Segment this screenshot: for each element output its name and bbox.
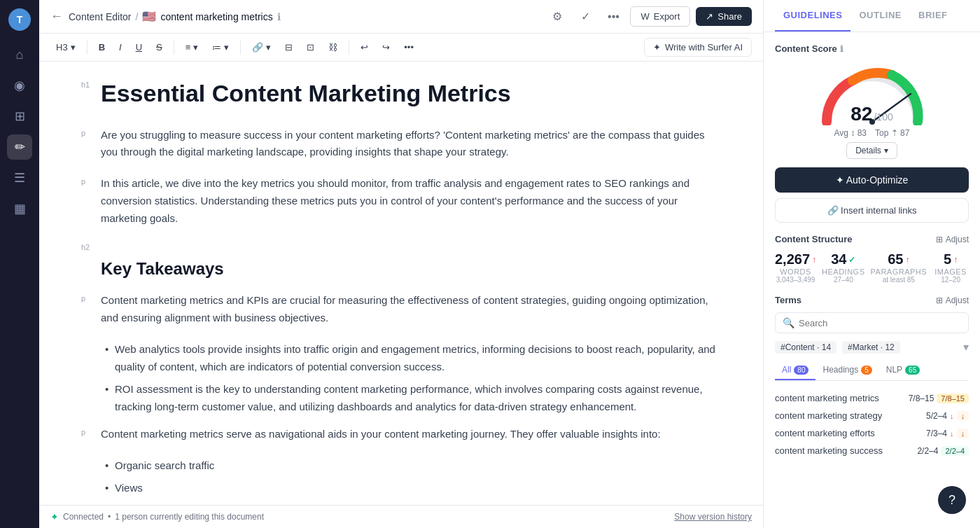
show-version-history[interactable]: Show version history bbox=[674, 512, 752, 522]
tab-outline[interactable]: OUTLINE bbox=[850, 0, 910, 32]
avatar[interactable]: T bbox=[8, 8, 31, 31]
topbar-actions: ⚙ ✓ ••• W Export ↗ Share bbox=[546, 6, 752, 28]
chevron-down-icon-3: ▾ bbox=[224, 42, 229, 53]
h1-label: h1 bbox=[81, 78, 95, 89]
export-button[interactable]: W Export bbox=[630, 6, 690, 27]
gauge-container: 82 /100 Avg ↕ 83 Top ⇡ 87 Details ▾ bbox=[775, 62, 969, 159]
italic-button[interactable]: I bbox=[113, 39, 127, 55]
bullet-item-3[interactable]: Organic search traffic bbox=[101, 457, 721, 475]
p1-block: p Are you struggling to measure success … bbox=[81, 127, 721, 172]
term-count-1: 7/8–15 7/8–15 bbox=[909, 394, 969, 403]
terms-label: Terms bbox=[775, 295, 802, 305]
sidebar-icon-grid[interactable]: ⊞ bbox=[7, 104, 32, 129]
editor[interactable]: h1 Essential Content Marketing Metrics p… bbox=[39, 62, 763, 505]
terms-filter-tabs: All 80 Headings 5 NLP 65 bbox=[775, 361, 969, 381]
terms-search-box[interactable]: 🔍 bbox=[775, 312, 969, 333]
info-icon[interactable]: ℹ bbox=[277, 11, 281, 22]
connected-icon: ✦ bbox=[50, 511, 59, 522]
right-panel: GUIDELINES OUTLINE BRIEF Content Score ℹ bbox=[763, 0, 980, 528]
document-h2[interactable]: Key Takeaways bbox=[101, 258, 721, 279]
main-area: ← Content Editor / 🇺🇸 content marketing … bbox=[39, 0, 763, 528]
tag-content[interactable]: #Content · 14 bbox=[775, 341, 836, 354]
document-p1[interactable]: Are you struggling to measure success in… bbox=[101, 127, 721, 162]
strikethrough-button[interactable]: S bbox=[150, 39, 168, 55]
chevron-down-icon-2: ▾ bbox=[193, 42, 198, 53]
settings-button[interactable]: ⚙ bbox=[546, 6, 568, 28]
tab-brief[interactable]: BRIEF bbox=[910, 0, 956, 32]
chevron-icon: ▾ bbox=[884, 146, 888, 155]
filter-tab-all[interactable]: All 80 bbox=[775, 361, 816, 380]
format-button[interactable]: ⊟ bbox=[279, 39, 298, 55]
bullet-item-5[interactable]: Traffic sources bbox=[101, 503, 721, 505]
document-p3[interactable]: Content marketing metrics and KPIs are c… bbox=[101, 292, 721, 327]
words-arrow: ↑ bbox=[812, 255, 816, 265]
heading-selector[interactable]: H3 ▾ bbox=[50, 39, 81, 55]
details-button[interactable]: Details ▾ bbox=[846, 142, 897, 159]
term-item-3: content marketing efforts 7/3–4 ↓ ↓ bbox=[775, 424, 969, 442]
paragraphs-arrow: ↑ bbox=[905, 255, 909, 265]
content-structure-label: Content Structure bbox=[775, 234, 853, 244]
underline-button[interactable]: U bbox=[130, 39, 148, 55]
more-options-button[interactable]: ••• bbox=[398, 39, 419, 55]
headings-badge: 5 bbox=[861, 366, 872, 375]
terms-adjust-icon: ⊞ bbox=[936, 296, 943, 305]
sidebar-icon-list[interactable]: ☰ bbox=[7, 165, 32, 190]
term-name-4: content marketing success bbox=[775, 445, 883, 456]
document-p2[interactable]: In this article, we dive into the key me… bbox=[101, 175, 721, 227]
redo-button[interactable]: ↪ bbox=[377, 39, 396, 55]
gauge-score-value: 82 /100 bbox=[850, 103, 892, 125]
auto-optimize-button[interactable]: ✦ Auto-Optimize bbox=[775, 167, 969, 193]
share-button[interactable]: ↗ Share bbox=[696, 7, 752, 26]
content-score-label: Content Score bbox=[775, 43, 837, 54]
breadcrumb-editor: Content Editor bbox=[69, 11, 132, 22]
terms-adjust-button[interactable]: ⊞ Adjust bbox=[936, 296, 969, 305]
sidebar-icon-editor[interactable]: ✏ bbox=[7, 134, 32, 160]
headings-check: ✓ bbox=[848, 255, 855, 265]
document-h1[interactable]: Essential Content Marketing Metrics bbox=[101, 78, 721, 109]
info-icon-score[interactable]: ℹ bbox=[840, 44, 844, 54]
headings-stat: 34 ✓ HEADINGS 27–40 bbox=[822, 251, 864, 284]
terms-search-input[interactable] bbox=[799, 318, 961, 328]
link-button[interactable]: 🔗 ▾ bbox=[246, 39, 276, 55]
back-button[interactable]: ← bbox=[50, 9, 63, 24]
toolbar-separator-2 bbox=[174, 41, 174, 55]
align-button[interactable]: ≡ ▾ bbox=[180, 39, 204, 55]
sidebar-icon-home[interactable]: ⌂ bbox=[7, 42, 32, 67]
expand-tags-button[interactable]: ▾ bbox=[963, 340, 969, 354]
filter-tab-nlp[interactable]: NLP 65 bbox=[879, 361, 927, 380]
bold-button[interactable]: B bbox=[93, 39, 111, 55]
p2-label: p bbox=[81, 175, 95, 186]
check-button[interactable]: ✓ bbox=[574, 6, 596, 28]
content-score-section: Content Score ℹ bbox=[775, 43, 969, 54]
tab-guidelines[interactable]: GUIDELINES bbox=[775, 0, 850, 32]
list-button[interactable]: ≔ ▾ bbox=[206, 39, 234, 55]
term-count-2: 5/2–4 ↓ ↓ bbox=[926, 411, 969, 421]
breadcrumb-doc-name: content marketing metrics bbox=[160, 11, 272, 22]
structure-adjust-button[interactable]: ⊞ Adjust bbox=[936, 235, 969, 244]
paragraphs-stat: 65 ↑ PARAGRAPHS at least 85 bbox=[871, 251, 927, 284]
image-button[interactable]: ⊡ bbox=[301, 39, 320, 55]
terms-header: Terms ⊞ Adjust bbox=[775, 295, 969, 305]
sidebar-icon-chart[interactable]: ▦ bbox=[7, 196, 32, 221]
document-p4[interactable]: Content marketing metrics serve as navig… bbox=[101, 426, 721, 443]
bullet-item-4[interactable]: Views bbox=[101, 480, 721, 497]
filter-tab-headings[interactable]: Headings 5 bbox=[816, 361, 878, 380]
insert-internal-links-button[interactable]: 🔗 Insert internal links bbox=[775, 198, 969, 223]
sidebar-icon-globe[interactable]: ◉ bbox=[7, 73, 32, 98]
tag-market[interactable]: #Market · 12 bbox=[842, 341, 900, 354]
topbar: ← Content Editor / 🇺🇸 content marketing … bbox=[39, 0, 763, 34]
bullet-item-2[interactable]: ROI assessment is the key to understandi… bbox=[101, 381, 721, 416]
term-item-1: content marketing metrics 7/8–15 7/8–15 bbox=[775, 389, 969, 407]
write-ai-button[interactable]: ✦ Write with Surfer AI bbox=[644, 38, 752, 57]
panel-body: Content Score ℹ bbox=[764, 32, 980, 528]
more-button[interactable]: ••• bbox=[602, 6, 624, 28]
undo-button[interactable]: ↩ bbox=[355, 39, 374, 55]
p4-label: p bbox=[81, 426, 95, 436]
help-button[interactable]: ? bbox=[938, 486, 966, 514]
top-stat: Top ⇡ 87 bbox=[875, 128, 909, 138]
url-button[interactable]: ⛓ bbox=[323, 39, 343, 55]
status-left: ✦ Connected • 1 person currently editing… bbox=[50, 511, 264, 522]
breadcrumb-flag: 🇺🇸 bbox=[142, 10, 156, 23]
toolbar-separator-4 bbox=[349, 41, 349, 55]
bullet-item-1[interactable]: Web analytics tools provide insights int… bbox=[101, 341, 721, 376]
